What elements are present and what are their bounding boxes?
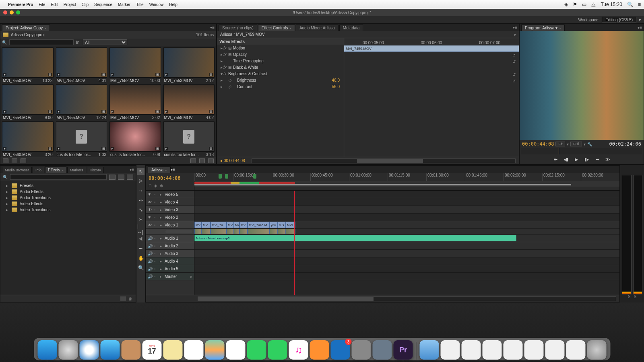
effect-row[interactable]: ▸Time Remapping	[217, 58, 344, 64]
fx-badge-accel-icon[interactable]	[109, 175, 116, 180]
ripple-edit-tool[interactable]: ↔	[137, 187, 144, 194]
timeline-clip[interactable]: MV	[202, 222, 211, 228]
eye-icon[interactable]: 👁	[148, 192, 153, 197]
menu-window[interactable]: Window	[149, 2, 164, 7]
project-clip[interactable]: ▸⊞MVI_7552.MOV10:03	[109, 47, 162, 83]
lock-icon[interactable]: ▫	[154, 244, 158, 248]
effects-folder[interactable]: ▸Video Effects	[2, 201, 134, 207]
ec-time-ruler[interactable]: 00:00:05:00 00:00:06:00 00:00:07:00	[344, 38, 519, 45]
chevron-right-icon[interactable]: ▸	[160, 236, 163, 241]
project-clip[interactable]: ▸⊞cus its too late for...1:03	[55, 121, 108, 157]
chevron-right-icon[interactable]: ▸	[160, 208, 163, 212]
eye-icon[interactable]: 👁	[148, 200, 153, 204]
new-bin-button[interactable]	[120, 296, 126, 301]
fx-badge-32-icon[interactable]	[118, 175, 124, 180]
slide-tool[interactable]: ⫷	[137, 235, 144, 243]
tab-sequence[interactable]: Arlissa×	[148, 167, 171, 173]
ec-clip-bar[interactable]: MVI_7459.MOV	[344, 45, 519, 52]
zoom-dropdown[interactable]: Fit	[555, 142, 565, 146]
wrench-icon[interactable]: 🔧	[587, 142, 592, 146]
step-fwd-button[interactable]: ▮▸	[584, 156, 590, 162]
menu-file[interactable]: File	[39, 2, 45, 7]
chevron-right-icon[interactable]: ▸	[160, 251, 163, 256]
speaker-icon[interactable]: 🔊	[148, 259, 153, 263]
effects-folder[interactable]: ▸Audio Transitions	[2, 195, 134, 201]
clip-thumbnail[interactable]: ▸⊞	[109, 84, 161, 115]
timeline-marker[interactable]	[219, 174, 222, 179]
program-tc-current[interactable]: 00:00:44:08	[522, 141, 554, 147]
timeline-clip[interactable]: MV	[234, 222, 239, 228]
eye-icon[interactable]: 👁	[148, 208, 153, 212]
track-lane[interactable]	[194, 214, 619, 221]
project-clip[interactable]: ▸⊞MVI_7555.MOV12:24	[55, 84, 108, 120]
effect-row[interactable]: ▾fxBrightness & Contrast	[217, 70, 344, 77]
effects-folder[interactable]: ▸Video Transitions	[2, 207, 134, 213]
eye-icon[interactable]: 👁	[148, 223, 153, 227]
effects-tree[interactable]: ▸Presets▸Audio Effects▸Audio Transitions…	[0, 181, 136, 295]
close-window-button[interactable]	[3, 10, 7, 14]
project-clip[interactable]: ▸⊞MVI_7559.MOV4:02	[163, 84, 216, 120]
speaker-icon[interactable]: 🔊	[148, 244, 153, 248]
clip-thumbnail[interactable]: ▸⊞	[163, 47, 215, 78]
reset-effect-icon[interactable]: ↺	[512, 53, 516, 58]
program-viewport[interactable]	[520, 31, 644, 140]
minimize-window-button[interactable]	[10, 10, 14, 14]
eye-icon[interactable]: 👁	[148, 215, 153, 220]
lock-icon[interactable]: ▫	[154, 200, 158, 204]
timeline-clip[interactable]: MV	[194, 222, 202, 228]
freeform-view-button[interactable]	[21, 158, 26, 163]
tab-effects[interactable]: Effects×	[45, 167, 66, 173]
solo-button[interactable]: S	[628, 294, 631, 301]
effects-search-input[interactable]	[10, 174, 107, 180]
clip-thumbnail[interactable]: ▸⊞	[163, 121, 215, 152]
chevron-down-icon[interactable]: ▾	[567, 142, 569, 146]
menubar-list-icon[interactable]: ≡	[638, 2, 641, 7]
reset-effect-icon[interactable]: ↺	[512, 79, 516, 83]
close-icon[interactable]: ×	[165, 169, 167, 172]
tab-program[interactable]: Program: Arlissa ▾×	[521, 25, 565, 31]
track-header[interactable]: 👁▫▸Video 3	[146, 206, 194, 214]
chevron-right-icon[interactable]: ▸	[160, 259, 163, 263]
timeline-clip[interactable]: MVI_7445.M	[248, 222, 270, 228]
tab-audio-mixer[interactable]: Audio Mixer: Arlissa	[296, 25, 339, 31]
track-header[interactable]: 👁▫▸Video 2	[146, 214, 194, 221]
clip-thumbnail[interactable]: ▸⊞	[2, 47, 54, 78]
tab-markers[interactable]: Markers	[67, 167, 86, 173]
clip-thumbnail[interactable]: ▸⊞	[56, 84, 107, 115]
lock-icon[interactable]: ▫	[154, 208, 158, 212]
program-scrub-bar[interactable]	[521, 148, 642, 154]
tab-media-browser[interactable]: Media Browser	[2, 167, 32, 173]
effects-folder[interactable]: ▸Presets	[2, 183, 134, 189]
fx-badge-yuv-icon[interactable]	[127, 175, 133, 180]
dock-facetime-icon[interactable]	[268, 340, 287, 360]
menu-clip[interactable]: Clip	[82, 2, 89, 7]
panel-menu-icon[interactable]: ▾≡	[638, 25, 642, 30]
tab-history[interactable]: History	[87, 167, 104, 173]
dock-document-icon[interactable]	[483, 340, 502, 360]
dock-maps-icon[interactable]	[205, 340, 225, 360]
track-header[interactable]: 👁▫▸Video 4	[146, 198, 194, 206]
dock-document-icon[interactable]	[566, 340, 586, 360]
trash-icon[interactable]: 🗑	[128, 296, 132, 301]
project-clip[interactable]: ▸⊞MVI_7553.MOV2:12	[163, 47, 216, 83]
timeline-audio-clip[interactable]: Arlissa - New Love.mp3	[194, 235, 516, 241]
timeline-clip[interactable]: MV	[239, 222, 248, 228]
dock-mail-icon[interactable]	[101, 340, 120, 360]
lock-icon[interactable]: ▫	[154, 192, 158, 197]
goto-in-button[interactable]: ⇤	[552, 156, 559, 162]
timeline-marker[interactable]	[253, 174, 256, 179]
tab-effect-controls[interactable]: Effect Controls×	[258, 25, 295, 31]
step-back-button[interactable]: ◂▮	[563, 156, 569, 162]
effects-folder[interactable]: ▸Audio Effects	[2, 189, 134, 195]
panel-menu-icon[interactable]: ▾≡	[130, 167, 134, 172]
menu-title[interactable]: Title	[136, 2, 144, 7]
lock-icon[interactable]: ▫	[154, 267, 158, 271]
dock-document-icon[interactable]	[462, 340, 481, 360]
zoom-tool[interactable]: 🔍	[137, 264, 144, 272]
razor-tool[interactable]: ✂	[137, 216, 144, 223]
status-shield-icon[interactable]: ◈	[564, 2, 568, 7]
track-header[interactable]: 🔊▫▸Master▹	[146, 273, 194, 280]
dock-document-icon[interactable]	[441, 340, 460, 360]
ec-hscroll[interactable]	[252, 158, 516, 163]
close-icon[interactable]: ×	[559, 27, 561, 30]
